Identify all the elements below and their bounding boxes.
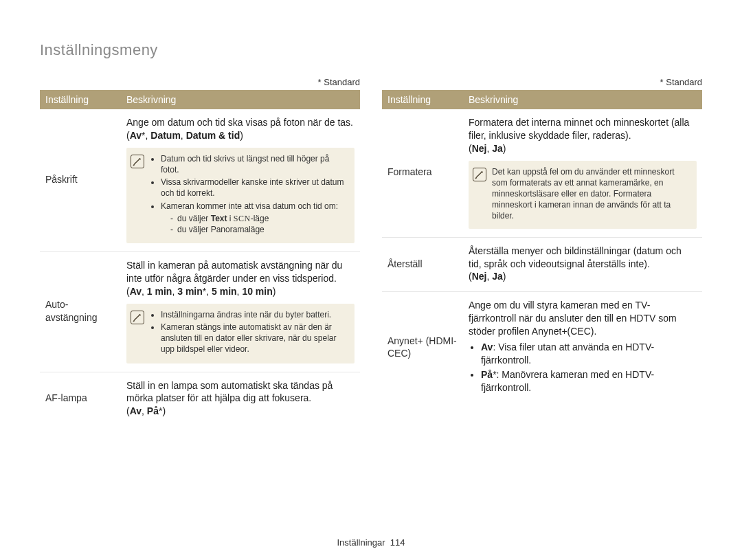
setting-label: AF-lampa [40,372,121,426]
list-item: Kameran stängs inte automatiskt av när d… [161,322,348,355]
col-header-description: Beskrivning [121,90,360,109]
note-text: Det kan uppstå fel om du använder ett mi… [492,166,690,222]
left-column: * Standard Inställning Beskrivning Påskr… [40,77,360,426]
footer-page-number: 114 [390,537,405,548]
page-title: Inställningsmeny [40,41,702,59]
table-row: AF-lampa Ställ in en lampa som automatis… [40,372,360,426]
page-footer: Inställningar 114 [0,537,742,548]
settings-table-right: Inställning Beskrivning Formatera Format… [382,90,702,404]
scn-mode-icon: SCN [234,214,251,223]
footer-label: Inställningar [337,537,385,548]
note-list: Inställningarna ändras inte när du byter… [150,309,348,357]
note-box: Det kan uppstå fel om du använder ett mi… [469,161,697,229]
desc-text: Formatera det interna minnet och minnesk… [469,117,689,141]
options: (Av, 1 min, 3 min*, 5 min, 10 min) [126,286,276,297]
table-row: Auto-avstängning Ställ in kameran på aut… [40,252,360,372]
col-header-setting: Inställning [382,90,463,109]
list-item: Datum och tid skrivs ut längst ned till … [161,153,348,175]
right-column: * Standard Inställning Beskrivning Forma… [382,77,702,426]
options: (Nej, Ja) [469,143,506,154]
settings-table-left: Inställning Beskrivning Påskrift Ange om… [40,90,360,426]
col-header-setting: Inställning [40,90,121,109]
desc-text: Ange om du vill styra kameran med en TV-… [469,300,677,337]
setting-label: Formatera [382,109,463,237]
standard-note-left: * Standard [40,77,360,87]
list-item: Kameran kommer inte att visa datum och t… [161,201,348,236]
content-columns: * Standard Inställning Beskrivning Påskr… [40,77,702,426]
setting-description: Återställa menyer och bildinställningar … [463,237,702,292]
desc-text: Ställ in en lampa som automatiskt ska tä… [126,380,333,404]
setting-label: Anynet+ (HDMI-CEC) [382,292,463,404]
list-item: Vissa skrivarmodeller kanske inte skrive… [161,177,348,199]
note-box: Inställningarna ändras inte när du byter… [126,304,355,363]
list-item: På*: Manövrera kameran med en HDTV-fjärr… [481,368,697,394]
note-icon [131,311,144,324]
note-list: Datum och tid skrivs ut längst ned till … [150,153,348,236]
list-item: du väljer Panoramaläge [170,224,348,235]
setting-description: Ställ in kameran på automatisk avstängni… [121,252,360,372]
list-item: du väljer Text i SCN-läge [170,213,348,224]
list-item: Av: Visa filer utan att använda en HDTV-… [481,341,697,367]
options-list: Av: Visa filer utan att använda en HDTV-… [469,341,697,394]
note-icon [473,168,486,181]
options: (Av, På*) [126,405,166,416]
note-icon [131,155,144,168]
desc-text: Ställ in kameran på automatisk avstängni… [126,260,342,284]
col-header-description: Beskrivning [463,90,702,109]
setting-description: Ställ in en lampa som automatiskt ska tä… [121,372,360,426]
setting-description: Ange om du vill styra kameran med en TV-… [463,292,702,404]
setting-label: Auto-avstängning [40,252,121,372]
table-row: Påskrift Ange om datum och tid ska visas… [40,109,360,252]
desc-text: Återställa menyer och bildinställningar … [469,245,682,269]
setting-label: Påskrift [40,109,121,252]
table-row: Formatera Formatera det interna minnet o… [382,109,702,237]
setting-description: Formatera det interna minnet och minnesk… [463,109,702,237]
list-item: Inställningarna ändras inte när du byter… [161,309,348,320]
note-box: Datum och tid skrivs ut längst ned till … [126,148,355,243]
options: (Nej, Ja) [469,271,506,282]
table-row: Anynet+ (HDMI-CEC) Ange om du vill styra… [382,292,702,404]
standard-note-right: * Standard [382,77,702,87]
table-row: Återställ Återställa menyer och bildinst… [382,237,702,292]
setting-label: Återställ [382,237,463,292]
setting-description: Ange om datum och tid ska visas på foton… [121,109,360,252]
